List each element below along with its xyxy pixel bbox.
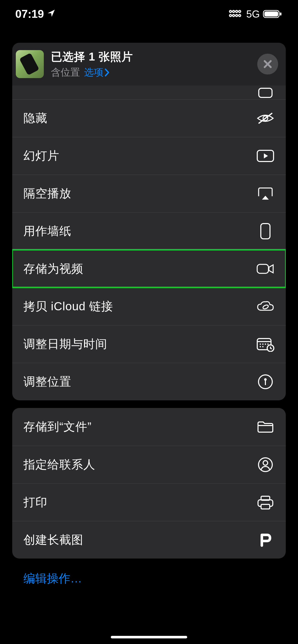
play-rectangle-icon xyxy=(256,147,275,165)
svg-point-6 xyxy=(236,14,238,17)
folder-icon xyxy=(256,418,275,436)
svg-point-17 xyxy=(262,304,269,310)
status-bar: 07:19 5G xyxy=(0,0,298,28)
square-icon xyxy=(256,85,275,101)
svg-rect-36 xyxy=(261,504,270,509)
edit-actions-label: 编辑操作… xyxy=(23,572,82,585)
location-arrow-icon xyxy=(47,8,56,20)
action-row-copy-icloud-link[interactable]: 拷贝 iCloud 链接 xyxy=(12,287,286,325)
svg-point-3 xyxy=(239,10,241,12)
action-label: 打印 xyxy=(23,494,47,510)
p-icon xyxy=(256,531,275,549)
svg-point-4 xyxy=(229,14,232,17)
action-label: 调整日期与时间 xyxy=(23,336,107,352)
close-button[interactable] xyxy=(257,54,278,75)
svg-point-0 xyxy=(229,10,232,12)
svg-point-29 xyxy=(264,378,267,381)
action-row-adjust-date-time[interactable]: 调整日期与时间 xyxy=(12,325,286,363)
action-row-cut[interactable] xyxy=(12,85,286,99)
printer-icon xyxy=(256,493,275,511)
share-sheet-title: 已选择 1 张照片 xyxy=(51,49,250,64)
svg-point-33 xyxy=(263,461,268,465)
svg-point-2 xyxy=(236,10,238,12)
action-row-hide[interactable]: 隐藏 xyxy=(12,99,286,137)
close-icon xyxy=(263,59,273,69)
svg-point-25 xyxy=(262,346,264,347)
home-indicator[interactable] xyxy=(111,636,187,638)
action-label: 拷贝 iCloud 链接 xyxy=(23,299,113,314)
action-row-save-as-video[interactable]: 存储为视频 xyxy=(12,250,286,287)
action-row-slideshow[interactable]: 幻灯片 xyxy=(12,137,286,174)
action-label: 存储到“文件” xyxy=(23,419,92,435)
action-row-airplay[interactable]: 隔空播放 xyxy=(12,174,286,212)
options-label: 选项 xyxy=(84,66,103,79)
action-label: 隔空播放 xyxy=(23,186,71,201)
action-row-save-to-files[interactable]: 存储到“文件” xyxy=(12,408,286,446)
svg-point-21 xyxy=(262,344,264,345)
share-sheet-header: 已选择 1 张照片 含位置 选项 xyxy=(12,43,286,85)
action-label: 隐藏 xyxy=(23,110,47,126)
action-row-adjust-location[interactable]: 调整位置 xyxy=(12,363,286,400)
action-label: 用作墙纸 xyxy=(23,223,71,239)
action-row-assign-to-contact[interactable]: 指定给联系人 xyxy=(12,446,286,483)
eye-slash-icon xyxy=(256,109,275,127)
svg-point-20 xyxy=(260,344,261,345)
phone-icon xyxy=(256,222,275,240)
svg-rect-11 xyxy=(259,88,272,97)
action-label: 调整位置 xyxy=(23,374,71,390)
action-group-2: 存储到“文件” 指定给联系人 打印 xyxy=(12,408,286,559)
svg-rect-16 xyxy=(257,264,268,273)
edit-actions-button[interactable]: 编辑操作… xyxy=(12,559,286,593)
action-label: 指定给联系人 xyxy=(23,457,95,473)
svg-point-1 xyxy=(233,10,235,12)
svg-point-7 xyxy=(239,14,241,17)
airplay-icon xyxy=(256,184,275,203)
battery-icon xyxy=(263,9,283,19)
calendar-clock-icon xyxy=(256,335,275,353)
svg-point-23 xyxy=(267,344,269,345)
person-circle-icon xyxy=(256,456,275,474)
action-label: 存储为视频 xyxy=(23,261,83,277)
action-label: 创建长截图 xyxy=(23,532,83,548)
svg-point-24 xyxy=(260,346,261,347)
status-time: 07:19 xyxy=(15,8,44,20)
pin-circle-icon xyxy=(256,373,275,391)
action-row-create-long-screenshot[interactable]: 创建长截图 xyxy=(12,521,286,559)
signal-icon xyxy=(229,9,243,19)
cloud-link-icon xyxy=(256,297,275,316)
network-label: 5G xyxy=(246,8,260,20)
svg-point-22 xyxy=(265,344,266,345)
video-icon xyxy=(256,260,275,278)
svg-rect-10 xyxy=(280,12,281,16)
svg-rect-9 xyxy=(264,11,278,17)
location-badge: 含位置 xyxy=(51,66,80,79)
action-label: 幻灯片 xyxy=(23,148,59,164)
selected-photo-thumbnail[interactable] xyxy=(16,50,44,78)
chevron-right-icon xyxy=(104,68,110,77)
action-row-print[interactable]: 打印 xyxy=(12,483,286,521)
options-button[interactable]: 选项 xyxy=(84,66,110,79)
action-row-wallpaper[interactable]: 用作墙纸 xyxy=(12,212,286,250)
svg-point-5 xyxy=(233,14,235,17)
action-group-1: 隐藏 幻灯片 隔空播放 xyxy=(12,85,286,400)
svg-rect-15 xyxy=(261,224,270,239)
svg-line-13 xyxy=(259,113,272,124)
